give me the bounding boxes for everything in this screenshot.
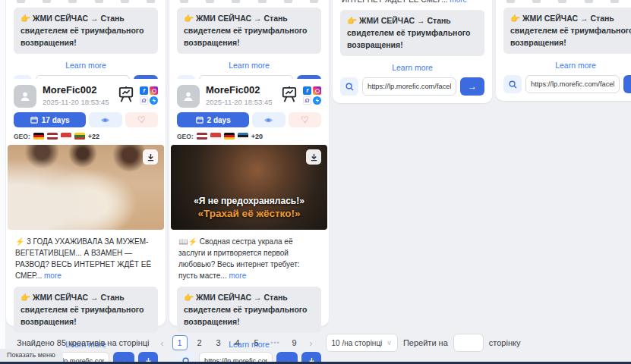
page-button-4[interactable]: 4 <box>231 335 245 350</box>
geo-more-count: +22 <box>88 133 99 140</box>
ad-headline: 👉 ЖМИ СЕЙЧАС → Стань свидетелем её триум… <box>503 8 631 54</box>
avatar <box>177 85 200 108</box>
learn-more-link[interactable]: Learn more <box>6 61 166 70</box>
page-button-2[interactable]: 2 <box>193 335 207 350</box>
geo-label: GEO: <box>177 133 194 140</box>
timestamp: 2025-11-20 18:53:45 <box>43 98 118 106</box>
views-button[interactable] <box>89 112 121 127</box>
left-panel-edge <box>0 0 5 356</box>
presentation-board-icon[interactable] <box>118 86 134 102</box>
flag-germany-icon <box>33 133 44 140</box>
audience-network-icon: Ω <box>303 96 311 105</box>
download-icon <box>147 153 155 162</box>
more-link[interactable]: more <box>450 0 467 4</box>
goto-page-label: Перейти на <box>403 338 448 347</box>
more-link[interactable]: more <box>229 271 246 280</box>
ad-headline: 👉 ЖМИ СЕЙЧАС → Стань свидетелем её триум… <box>14 8 158 54</box>
instagram-icon <box>150 86 158 95</box>
creatives-browser-page: 👉 ЖМИ СЕЙЧАС → Стань свидетелем её триум… <box>0 0 631 364</box>
ad-body-text-tail: ИНТЕРНЕТ ЖДЁТ ЕЁ СМЕР... more <box>342 0 483 4</box>
views-button[interactable] <box>252 112 285 127</box>
account-name: MoreFic002 <box>206 85 281 96</box>
profile-row: MoreFic002 2025-11-20 18:53:45 f Ω ϟ <box>6 79 166 109</box>
per-page-select[interactable]: 10 /на сторінці ∨ <box>326 334 398 352</box>
eye-icon <box>263 117 273 124</box>
learn-more-link[interactable]: Learn more <box>496 61 631 70</box>
flag-estonia-icon <box>238 133 248 140</box>
open-url-button[interactable]: → <box>460 77 484 96</box>
page-button-1[interactable]: 1 <box>172 335 188 350</box>
eye-icon <box>100 117 110 124</box>
favorite-button[interactable]: ♡ <box>289 112 321 127</box>
geo-row: GEO: +20 <box>177 132 321 140</box>
page-button-9[interactable]: 9 <box>288 335 301 350</box>
creative-image[interactable]: «Я не предохранялась!» «Трахай её жёстко… <box>171 145 327 230</box>
goto-page-input[interactable] <box>453 334 484 352</box>
favorite-button[interactable]: ♡ <box>125 112 158 127</box>
account-name: MoreFic002 <box>43 85 118 96</box>
landing-url-input[interactable] <box>525 75 620 93</box>
geo-row: GEO: +22 <box>14 132 158 140</box>
calendar-icon <box>30 116 38 124</box>
profile-row: MoreFic002 2025-11-20 18:53:45 f Ω ϟ <box>169 79 329 109</box>
creative-card-2: MoreFic002 2025-11-20 18:53:45 f Ω ϟ 2 d… <box>169 79 329 326</box>
open-url-button[interactable]: → <box>623 75 631 93</box>
flag-latvia-icon <box>197 133 207 140</box>
ad-headline: 👉 ЖМИ СЕЙЧАС → Стань свидетелем её триум… <box>14 287 158 333</box>
flag-latvia-icon <box>47 133 58 140</box>
url-row: → <box>503 75 631 93</box>
flag-lithuania-icon <box>74 133 85 140</box>
days-active-button[interactable]: 2 days <box>177 112 249 127</box>
ad-headline: 👉 ЖМИ СЕЙЧАС → Стань свидетелем её триум… <box>340 10 484 56</box>
creative-image[interactable] <box>8 145 164 230</box>
ad-headline: 👉 ЖМИ СЕЙЧАС → Стань свидетелем её триум… <box>177 287 321 333</box>
more-link[interactable]: more <box>44 271 62 280</box>
pages-ellipsis[interactable]: ••• <box>269 335 282 350</box>
search-icon <box>509 80 517 89</box>
page-button-5[interactable]: 5 <box>250 335 263 350</box>
presentation-board-icon[interactable] <box>281 86 298 102</box>
arrow-right-icon: → <box>468 81 477 92</box>
heart-icon: ♡ <box>137 115 146 125</box>
geo-label: GEO: <box>14 133 30 140</box>
days-active-button[interactable]: 17 days <box>14 112 86 127</box>
platforms-grid: f Ω ϟ <box>303 86 321 105</box>
ad-body-text: 📖⚡ Сводная сестра украла её заслуги и пр… <box>178 236 320 281</box>
ad-headline: 👉 ЖМИ СЕЙЧАС → Стань свидетелем её триум… <box>177 8 321 54</box>
creative-card-partial-4: 👉 ЖМИ СЕЙЧАС → Стань свидетелем её триум… <box>496 0 631 101</box>
landing-url-input[interactable] <box>362 77 456 96</box>
next-page-button[interactable]: › <box>307 337 316 349</box>
image-grid-bottom-edge <box>180 0 318 3</box>
creative-card-partial-3: ИНТЕРНЕТ ЖДЁТ ЕЁ СМЕР... more 👉 ЖМИ СЕЙЧ… <box>333 0 492 103</box>
geo-more-count: +20 <box>251 133 263 140</box>
calendar-icon <box>196 116 203 124</box>
messenger-icon: ϟ <box>150 96 158 105</box>
facebook-icon: f <box>140 86 148 95</box>
download-image-button[interactable] <box>306 149 321 165</box>
timestamp: 2025-11-20 18:53:45 <box>206 98 281 106</box>
search-url-button[interactable] <box>340 77 358 96</box>
flag-indonesia-icon <box>61 133 71 140</box>
person-icon <box>182 90 194 102</box>
download-image-button[interactable] <box>143 149 158 165</box>
creative-overlay-text: «Я не предохранялась!» «Трахай её жёстко… <box>171 195 327 221</box>
creative-card-1: MoreFic002 2025-11-20 18:53:45 f Ω ϟ 17 … <box>6 79 166 326</box>
url-row: → <box>340 77 484 96</box>
show-menu-tab[interactable]: Показать меню <box>0 349 63 362</box>
image-grid-bottom-edge <box>17 0 155 3</box>
platforms-grid: f Ω ϟ <box>140 86 158 105</box>
pagination-bar: Знайдено 85 креативів на сторінці ‹ 1 2 … <box>17 334 520 352</box>
learn-more-link[interactable]: Learn more <box>333 63 492 72</box>
facebook-icon: f <box>303 86 311 95</box>
learn-more-link[interactable]: Learn more <box>169 61 329 70</box>
results-count: Знайдено 85 креативів на сторінці <box>17 338 150 347</box>
card-actions: 17 days ♡ <box>14 112 158 127</box>
messenger-icon: ϟ <box>313 96 321 105</box>
image-grid-bottom-edge <box>506 0 631 3</box>
search-url-button[interactable] <box>503 75 522 93</box>
page-button-3[interactable]: 3 <box>212 335 226 350</box>
search-icon <box>345 83 354 91</box>
prev-page-button[interactable]: ‹ <box>158 337 167 349</box>
instagram-icon <box>313 86 321 95</box>
flag-germany-icon <box>224 133 235 140</box>
